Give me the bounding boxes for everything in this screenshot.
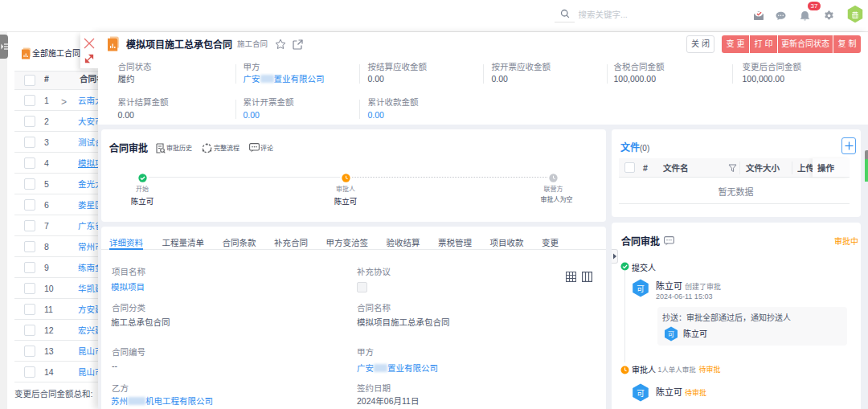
svg-text:可: 可 [637,284,645,292]
svg-text:可: 可 [668,331,674,338]
svg-text:可: 可 [637,388,645,397]
